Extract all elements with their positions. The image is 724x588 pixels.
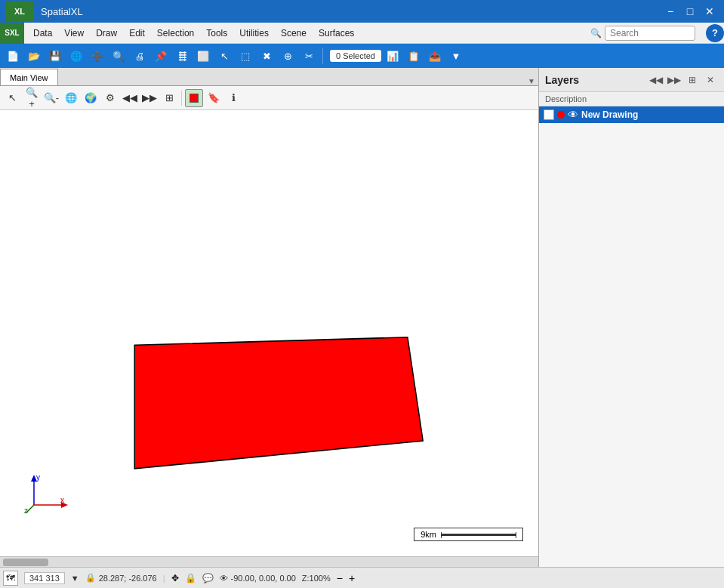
open-button[interactable]: 📂 xyxy=(24,46,44,66)
menu-selection[interactable]: Selection xyxy=(151,23,200,44)
status-bar: 🗺 341 313 ▼ 🔒 28.287; -26.076 | ✥ 🔒 💬 👁 … xyxy=(0,567,724,588)
help-button[interactable]: ? xyxy=(706,24,724,42)
axis-indicator: y x z xyxy=(23,471,68,519)
next-btn[interactable]: ▶▶ xyxy=(140,89,159,107)
rotation-value: -90.00, 0.00, 0.00 xyxy=(231,574,296,583)
print-button[interactable]: 🖨 xyxy=(130,46,149,66)
scale-line xyxy=(441,534,516,536)
search-btn[interactable]: 🔍 xyxy=(109,46,128,66)
search-area: 🔍 xyxy=(584,26,701,41)
excel-button[interactable]: 📋 xyxy=(404,46,424,66)
layers-panel: Layers ◀◀ ▶▶ ⊞ ✕ Description ✓ 👁 New Dra… xyxy=(539,68,724,567)
layers-header: Layers ◀◀ ▶▶ ⊞ ✕ xyxy=(539,68,724,92)
globe-button[interactable]: 🌐 xyxy=(66,46,86,66)
globe-view-btn[interactable]: 🌐 xyxy=(62,89,80,107)
menu-tools[interactable]: Tools xyxy=(200,23,233,44)
map-polygon-svg xyxy=(0,110,538,556)
zoom-out-status[interactable]: − xyxy=(337,572,343,584)
grid-btn[interactable]: ⊞ xyxy=(160,89,178,107)
horizontal-scrollbar[interactable] xyxy=(0,556,538,567)
cursor-tool[interactable]: ↖ xyxy=(3,89,21,107)
layers-nav-fwd[interactable]: ▶▶ xyxy=(667,72,682,88)
tab-scroll[interactable]: ▼ xyxy=(525,77,538,85)
tab-bar: Main View ▼ xyxy=(0,68,538,86)
app-logo: XL xyxy=(6,1,33,22)
menu-surfaces[interactable]: Surfaces xyxy=(313,23,360,44)
color-btn[interactable] xyxy=(185,89,203,107)
select2-button[interactable]: ⬚ xyxy=(236,46,255,66)
zoom-out-btn[interactable]: 🔍- xyxy=(42,89,60,107)
close-button[interactable]: ✕ xyxy=(701,3,718,20)
menu-logo: SXL xyxy=(0,23,24,44)
zoom-in-btn[interactable]: 🔍+ xyxy=(23,89,41,107)
settings-btn[interactable]: ⚙ xyxy=(101,89,119,107)
axis-svg: y x z xyxy=(23,471,68,516)
title-bar: XL SpatialXL − □ ✕ xyxy=(0,0,724,23)
menu-bar: SXL Data View Draw Edit Selection Tools … xyxy=(0,23,724,44)
layers-pin[interactable]: ⊞ xyxy=(685,72,700,88)
layers-controls: ◀◀ ▶▶ ⊞ ✕ xyxy=(649,72,718,88)
table-button[interactable]: 📊 xyxy=(383,46,402,66)
menu-data[interactable]: Data xyxy=(27,23,58,44)
search-input[interactable] xyxy=(605,26,695,41)
comment-button[interactable]: 💬 xyxy=(202,573,214,583)
layers-close[interactable]: ✕ xyxy=(703,72,718,88)
dropdown-btn[interactable]: ▼ xyxy=(446,46,466,66)
cursor-button[interactable]: ↖ xyxy=(214,46,234,66)
bookmark-btn[interactable]: 🔖 xyxy=(205,89,223,107)
tb2-sep xyxy=(181,91,182,106)
layer-add-button[interactable]: ➕ xyxy=(88,46,107,66)
menu-utilities[interactable]: Utilities xyxy=(233,23,275,44)
minimize-button[interactable]: − xyxy=(662,3,679,20)
move-button[interactable]: ✥ xyxy=(171,573,179,583)
menu-view[interactable]: View xyxy=(58,23,90,44)
app-title: SpatialXL xyxy=(41,6,83,17)
svg-text:x: x xyxy=(60,496,64,504)
map-area: Main View ▼ ↖ 🔍+ 🔍- 🌐 🌍 ⚙ ◀◀ ▶▶ ⊞ 🔖 ℹ xyxy=(0,68,539,567)
secondary-toolbar: ↖ 🔍+ 🔍- 🌐 🌍 ⚙ ◀◀ ▶▶ ⊞ 🔖 ℹ xyxy=(0,86,538,110)
main-toolbar: 📄 📂 💾 🌐 ➕ 🔍 🖨 📌 🛤 ⬜ ↖ ⬚ ✖ ⊕ ✂ 0 Selected… xyxy=(0,44,724,68)
lock-button[interactable]: 🔒 xyxy=(185,573,196,583)
layer-eye-icon[interactable]: 👁 xyxy=(568,109,578,121)
lock-icon: 🔒 xyxy=(85,573,96,583)
status-logo: 🗺 xyxy=(3,571,18,586)
route-button[interactable]: 🛤 xyxy=(172,46,192,66)
layer-row[interactable]: ✓ 👁 New Drawing xyxy=(539,106,724,123)
status-rotation: 👁 -90.00, 0.00, 0.00 xyxy=(220,574,296,583)
svg-text:z: z xyxy=(24,506,28,515)
menu-scene[interactable]: Scene xyxy=(275,23,313,44)
info-btn[interactable]: ℹ xyxy=(224,89,242,107)
dropdown-arrow[interactable]: ▼ xyxy=(71,574,79,583)
layer-color-dot xyxy=(557,111,565,119)
layer-name: New Drawing xyxy=(581,109,719,120)
menu-edit[interactable]: Edit xyxy=(123,23,151,44)
map-canvas[interactable]: y x z 9km xyxy=(0,110,538,556)
globe-view2-btn[interactable]: 🌍 xyxy=(82,89,100,107)
tab-label: Main View xyxy=(10,73,48,82)
layer-checkbox[interactable]: ✓ xyxy=(544,109,554,120)
selected-count: 0 Selected xyxy=(336,51,375,60)
maximize-button[interactable]: □ xyxy=(682,3,698,20)
scale-label: 9km xyxy=(421,530,436,539)
toolbar-separator xyxy=(322,48,323,64)
select-button[interactable]: ⬜ xyxy=(193,46,213,66)
zoom-in-status[interactable]: + xyxy=(349,572,355,584)
logo-text: XL xyxy=(14,7,25,16)
deselect-button[interactable]: ✖ xyxy=(257,46,276,66)
main-view-tab[interactable]: Main View xyxy=(0,69,58,85)
scale-bar: 9km xyxy=(414,528,523,541)
new-button[interactable]: 📄 xyxy=(3,46,23,66)
status-lonlat: 🔒 28.287; -26.076 xyxy=(85,573,157,583)
prev-btn[interactable]: ◀◀ xyxy=(121,89,139,107)
export-button[interactable]: 📤 xyxy=(425,46,445,66)
save-button[interactable]: 💾 xyxy=(45,46,65,66)
select3-button[interactable]: ⊕ xyxy=(278,46,297,66)
scroll-thumb[interactable] xyxy=(3,559,48,566)
main-content: Main View ▼ ↖ 🔍+ 🔍- 🌐 🌍 ⚙ ◀◀ ▶▶ ⊞ 🔖 ℹ xyxy=(0,68,724,567)
eye-icon: 👁 xyxy=(220,574,228,583)
remove-btn[interactable]: ✂ xyxy=(299,46,319,66)
pin-icon[interactable]: 📌 xyxy=(151,46,171,66)
menu-draw[interactable]: Draw xyxy=(90,23,123,44)
status-sep1: | xyxy=(163,574,165,583)
layers-nav-back[interactable]: ◀◀ xyxy=(649,72,664,88)
